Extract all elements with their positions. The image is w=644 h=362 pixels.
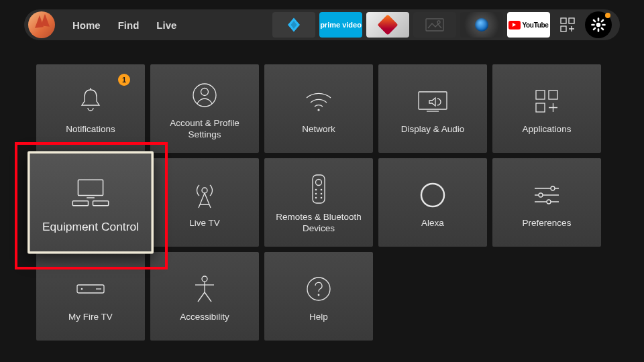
settings-button[interactable] [585, 11, 612, 38]
tile-label: Network [302, 124, 335, 135]
svg-point-32 [539, 193, 543, 197]
tile-label: Alexa [421, 218, 444, 229]
tile-display-audio[interactable]: Display & Audio [378, 64, 487, 153]
wifi-icon [304, 90, 333, 113]
tile-label: Applications [523, 124, 572, 135]
tile-accessibility[interactable]: Accessibility [150, 252, 259, 341]
tile-applications[interactable]: Applications [492, 64, 601, 153]
tile-live-tv[interactable]: Live TV [150, 158, 259, 247]
svg-point-25 [321, 193, 323, 195]
svg-point-26 [315, 197, 317, 199]
svg-point-38 [202, 276, 207, 282]
svg-rect-17 [72, 200, 88, 205]
tile-remotes[interactable]: Remotes & Bluetooth Devices [264, 158, 373, 247]
tile-help[interactable]: Help [264, 252, 373, 341]
tile-equipment-control[interactable]: Equipment Control [28, 151, 154, 253]
svg-point-34 [547, 200, 551, 204]
firetv-icon [76, 282, 105, 296]
tile-label: Account & Profile Settings [156, 118, 254, 141]
nav-find[interactable]: Find [118, 19, 140, 31]
svg-rect-18 [93, 200, 108, 205]
svg-point-5 [596, 23, 600, 27]
top-nav-bar: Home Find Live prime video YouTube [24, 9, 620, 40]
app-prime-video[interactable]: prime video [319, 12, 362, 38]
app-youtube[interactable]: YouTube [507, 12, 550, 38]
tile-label: Remotes & Bluetooth Devices [270, 212, 368, 235]
svg-point-41 [307, 278, 330, 300]
youtube-icon [508, 21, 521, 29]
svg-point-21 [316, 180, 322, 186]
nav-home[interactable]: Home [72, 19, 101, 31]
app-photos[interactable] [413, 12, 456, 38]
sliders-icon [533, 184, 561, 206]
prime-video-label: prime video [320, 21, 362, 29]
app-shortcuts: prime video YouTube [272, 11, 612, 38]
app-aptoide[interactable] [366, 12, 409, 38]
display-audio-icon [417, 90, 448, 112]
svg-point-30 [551, 186, 555, 190]
app-kodi[interactable] [272, 12, 315, 38]
youtube-label: YouTube [522, 21, 548, 29]
remote-icon [311, 174, 326, 204]
svg-point-22 [315, 189, 317, 191]
svg-rect-12 [536, 90, 545, 99]
svg-rect-4 [561, 26, 566, 32]
user-icon [192, 82, 217, 108]
apps-icon [534, 88, 559, 114]
tile-label: Accessibility [180, 312, 229, 323]
svg-point-9 [317, 109, 319, 111]
svg-rect-0 [426, 19, 443, 31]
tile-label: My Fire TV [68, 312, 113, 323]
tile-label: Display & Audio [401, 124, 465, 135]
svg-point-8 [201, 88, 209, 96]
svg-rect-3 [569, 18, 574, 23]
svg-point-23 [321, 189, 323, 191]
settings-grid: 1 Notifications Account & Profile Settin… [36, 64, 601, 341]
svg-point-28 [421, 184, 444, 206]
tile-label: Notifications [66, 124, 115, 135]
antenna-icon [192, 181, 217, 209]
svg-point-19 [202, 188, 207, 193]
nav-links: Home Find Live [72, 19, 176, 31]
tile-label: Help [309, 312, 328, 323]
settings-notification-dot [605, 13, 610, 18]
tile-alexa[interactable]: Alexa [378, 158, 487, 247]
profile-avatar[interactable] [28, 11, 55, 38]
tile-network[interactable]: Network [264, 64, 373, 153]
tile-label: Preferences [523, 218, 572, 229]
alexa-icon [419, 182, 446, 208]
app-downloader[interactable] [460, 12, 503, 38]
svg-point-36 [81, 288, 83, 290]
tile-label: Live TV [189, 218, 220, 229]
svg-rect-13 [549, 90, 557, 99]
tile-notifications[interactable]: 1 Notifications [36, 64, 145, 153]
svg-point-1 [437, 21, 440, 23]
tile-label: Equipment Control [42, 219, 139, 234]
help-icon [306, 276, 331, 302]
bell-icon [78, 87, 103, 115]
nav-live[interactable]: Live [156, 19, 176, 31]
equipment-icon [70, 177, 111, 208]
gear-icon [590, 17, 606, 33]
svg-rect-15 [78, 180, 103, 195]
accessibility-icon [192, 275, 217, 303]
tile-account[interactable]: Account & Profile Settings [150, 64, 259, 153]
svg-rect-2 [561, 18, 566, 23]
svg-rect-14 [536, 103, 545, 112]
notifications-badge: 1 [118, 74, 130, 86]
all-apps-button[interactable] [554, 11, 581, 38]
svg-point-24 [315, 193, 317, 195]
tile-preferences[interactable]: Preferences [492, 158, 601, 247]
tile-my-fire-tv[interactable]: My Fire TV [36, 252, 145, 341]
svg-point-42 [318, 294, 320, 296]
svg-point-27 [321, 197, 323, 199]
